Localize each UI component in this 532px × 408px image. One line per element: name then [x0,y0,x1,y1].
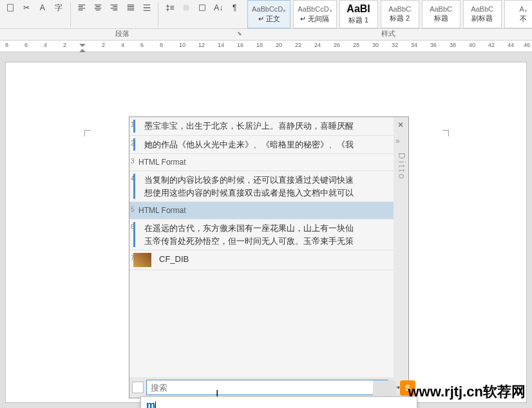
show-marks-icon[interactable]: ¶ [227,1,242,14]
clip-item-selected[interactable]: 5 HTML Format [129,202,394,219]
clip-item[interactable]: 7 CF_DIB [129,250,394,270]
style-title[interactable]: AaBbC 标题 [422,0,461,28]
char-icon[interactable]: 字 [51,1,66,14]
panel-layout-icon[interactable] [132,382,144,393]
ditto-title: Ditto [397,153,407,181]
horizontal-ruler[interactable]: 8 6 4 2 2 4 6 8 10 12 14 16 18 20 22 24 … [0,41,532,52]
distribute-icon[interactable] [139,1,154,14]
align-right-icon[interactable] [107,1,122,14]
clip-item[interactable]: 1 墨宝非宝，出生于北京，长居沪上。喜静厌动，喜睡厌醒 [129,117,394,136]
close-icon[interactable]: ✕ [395,120,406,130]
align-justify-icon[interactable] [123,1,138,14]
expand-icon[interactable]: » [395,136,406,147]
ribbon-toolbar: ✂ A 字 ‡≡ A↓ ¶ AaBbCcDₓ ↵ 正文 AaBbCcDₓ ↵ 无… [0,0,532,29]
styles-gallery[interactable]: AaBbCcDₓ ↵ 正文 AaBbCcDₓ ↵ 无间隔 AaBl 标题 1 A… [245,0,532,28]
style-normal[interactable]: AaBbCcDₓ ↵ 正文 [247,0,290,28]
paragraph-label: 段落 ⬊ [0,29,245,40]
ime-candidate-window[interactable]: S m 1.吗 2.没 3.买 4.ლ(´◉❥◉｀ლ) 5. ‹ › ⚙ [140,396,417,408]
sort-icon[interactable]: A↓ [211,1,226,14]
style-label: 样式 [245,29,532,40]
paragraph-group: ✂ A 字 ‡≡ A↓ ¶ [0,0,245,28]
style-more[interactable]: Aₓ 不 [504,0,532,28]
ditto-search-bar: ⌄ ••• [129,377,408,398]
line-spacing-icon[interactable]: ‡≡ [162,1,177,14]
svg-rect-2 [200,5,205,11]
style-heading2[interactable]: AaBbC 标题 2 [381,0,419,28]
search-input[interactable] [146,380,388,395]
borders-icon[interactable] [195,1,209,14]
clip-item[interactable]: 3 HTML Format [129,154,394,171]
clip-item[interactable]: 4 当复制的内容比较多的时候，还可以直接通过关键词快速 想使用这些内容的时候直接… [129,171,394,202]
paragraph-expand-icon[interactable]: ⬊ [237,30,242,37]
margin-corner-tl [84,130,91,136]
ime-composition: m [141,397,417,408]
style-no-spacing[interactable]: AaBbCcDₓ ↵ 无间隔 [293,0,336,28]
align-center-icon[interactable] [91,1,106,14]
align-left-icon[interactable] [75,1,90,14]
clip-item[interactable]: 2 她的作品《他从火光中走来》、《暗格里的秘密》、《我 [129,136,394,154]
svg-rect-0 [7,5,13,12]
ditto-clipboard-panel[interactable]: ✕ » Ditto 1 墨宝非宝，出生于北京，长居沪上。喜静厌动，喜睡厌醒 2 … [129,116,409,398]
shading-icon[interactable] [178,1,193,14]
document-canvas: ✕ » Ditto 1 墨宝非宝，出生于北京，长居沪上。喜静厌动，喜睡厌醒 2 … [0,52,532,408]
paste-icon[interactable] [3,1,17,14]
watermark-text: www.rjtj.cn软荐网 [408,382,526,402]
cut-icon[interactable]: ✂ [19,1,33,14]
style-heading1[interactable]: AaBl 标题 1 [339,0,378,28]
margin-corner-tr [442,130,449,136]
format-icon[interactable]: A [35,1,50,14]
clipboard-list[interactable]: 1 墨宝非宝，出生于北京，长居沪上。喜静厌动，喜睡厌醒 2 她的作品《他从火光中… [129,117,394,378]
clip-item[interactable]: 6 在遥远的古代，东方傲来国有一座花果山，山上有一块仙 玉帝传旨处死孙悟空，但一… [129,219,394,250]
ribbon-group-labels: 段落 ⬊ 样式 [0,29,532,41]
style-subtitle[interactable]: AaBbC 副标题 [463,0,502,28]
svg-rect-1 [184,5,189,11]
ime-skin-icon[interactable] [373,380,396,396]
